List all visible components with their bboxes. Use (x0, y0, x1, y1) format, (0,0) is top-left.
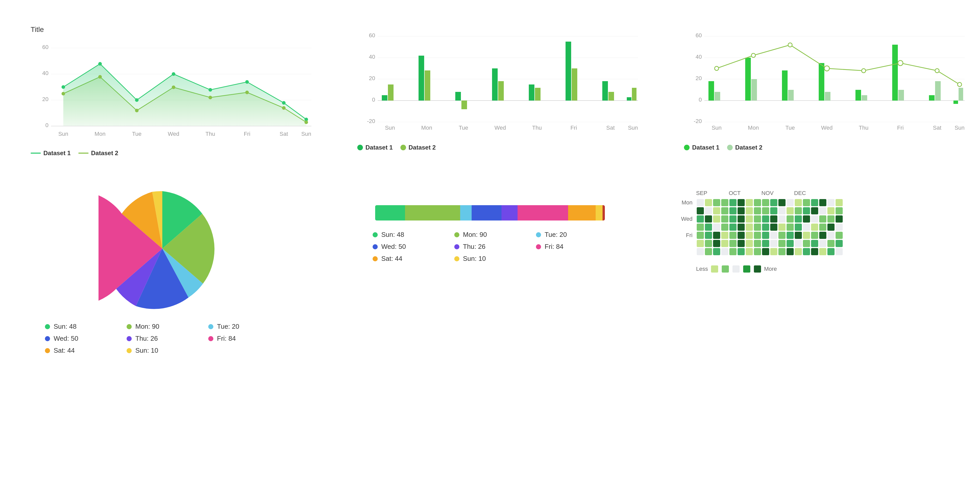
heatmap-less-label: Less (696, 266, 708, 272)
heatmap-cell (754, 207, 761, 215)
heatmap-cell (770, 248, 777, 255)
bar (455, 92, 461, 100)
heatmap-cell (754, 248, 761, 255)
heatmap-cell (738, 224, 745, 231)
heatmap-cell (835, 207, 843, 215)
heatmap-cell (795, 232, 802, 239)
bar (959, 88, 963, 100)
heatmap-cell (778, 215, 786, 223)
bar-legend: Dataset 1 Dataset 2 (357, 144, 648, 151)
heatmap-cell (746, 232, 753, 239)
bar-line-legend: Dataset 1 Dataset 2 (684, 144, 975, 151)
heatmap-cell (721, 240, 729, 247)
svg-text:40: 40 (696, 54, 702, 60)
dot (98, 75, 102, 79)
stacked-legend-tue: Tue: 20 (536, 231, 608, 239)
heatmap-cell (697, 224, 704, 231)
pie-legend-sat-label: Sat: 44 (54, 347, 75, 355)
stacked-legend-label-3: Wed: 50 (381, 243, 406, 251)
heatmap-legend-cell-2 (722, 266, 729, 272)
stacked-legend-sun: Sun: 48 (372, 231, 444, 239)
svg-text:Sat: Sat (933, 124, 941, 131)
heatmap-cell (729, 224, 737, 231)
bar-legend-label-1: Dataset 1 (366, 144, 393, 151)
heatmap-cell (762, 207, 769, 215)
heatmap-cell (795, 207, 802, 215)
stacked-legend-sat: Sat: 44 (372, 255, 444, 262)
heatmap-cell (778, 232, 786, 239)
heatmap-cell (754, 199, 761, 206)
dot (304, 121, 308, 124)
heatmap-cell (697, 199, 704, 206)
heatmap-cell (811, 224, 818, 231)
heatmap-cell (827, 232, 835, 239)
svg-text:Tue: Tue (132, 130, 142, 137)
heatmap-cell (721, 248, 729, 255)
stacked-legend-label-1: Mon: 90 (463, 231, 487, 239)
heatmap-row (676, 207, 960, 215)
heatmap-row (676, 248, 960, 256)
heatmap-legend-cell-1 (711, 266, 718, 272)
svg-text:20: 20 (42, 96, 48, 102)
stacked-legend-wed: Wed: 50 (372, 243, 444, 251)
stacked-legend-mon: Mon: 90 (454, 231, 526, 239)
bar-line-legend-1: Dataset 1 (684, 144, 719, 151)
heatmap-cell (795, 248, 802, 255)
stacked-seg-7 (596, 205, 603, 221)
heatmap-month-oct: OCT (729, 190, 762, 197)
pie-legend-grid: Sun: 48 Mon: 90 Tue: 20 Wed: 50 Thu: 26 (45, 323, 280, 355)
heatmap-cell (787, 207, 794, 215)
heatmap-cell (738, 240, 745, 247)
heatmap-cell (819, 215, 826, 223)
heatmap-cell (811, 207, 818, 215)
heatmap-cell (729, 248, 737, 255)
pie-legend-tue-label: Tue: 20 (217, 323, 239, 331)
bar (418, 56, 424, 100)
heatmap-legend-cell-4 (743, 266, 750, 272)
heatmap-cell (835, 224, 843, 231)
heatmap-legend-cell-3 (732, 266, 740, 272)
heatmap-cell (746, 215, 753, 223)
heatmap-cell (795, 224, 802, 231)
heatmap-cell (827, 215, 835, 223)
pie-legend-sun: Sun: 48 (45, 323, 116, 331)
legend-label-1: Dataset 1 (43, 150, 71, 157)
heatmap-cell (746, 248, 753, 255)
stacked-seg-5 (517, 205, 568, 221)
svg-text:Sat: Sat (606, 124, 614, 131)
heatmap-cell (827, 240, 835, 247)
bar-legend-dot-2 (401, 145, 406, 150)
heatmap-cell (746, 224, 753, 231)
bar (898, 90, 904, 100)
dot (62, 92, 65, 95)
heatmap-row-label: Fri (676, 232, 696, 239)
heatmap-month-nov: NOV (762, 190, 794, 197)
bar (608, 92, 614, 100)
line-dot (862, 68, 865, 73)
bottom-row: Sun: 48 Mon: 90 Tue: 20 Wed: 50 Thu: 26 (21, 185, 959, 475)
heatmap-cell (827, 224, 835, 231)
bar (425, 70, 430, 100)
dot (135, 109, 138, 112)
heatmap-cell (835, 240, 843, 247)
heatmap-cell (705, 199, 712, 206)
heatmap-cell (738, 232, 745, 239)
heatmap-cell (754, 224, 761, 231)
dot (208, 96, 212, 99)
heatmap-cell (770, 207, 777, 215)
line-dot (714, 66, 719, 70)
heatmap-cell (738, 207, 745, 215)
line-dot (958, 83, 962, 86)
heatmap-cell (835, 215, 843, 223)
svg-text:40: 40 (369, 54, 375, 60)
bar (498, 81, 504, 100)
bar (572, 68, 577, 100)
svg-text:60: 60 (369, 32, 375, 38)
heatmap-cell (770, 232, 777, 239)
heatmap-cell (827, 248, 835, 255)
pie-legend-fri-label: Fri: 84 (217, 334, 236, 342)
heatmap-cell (819, 232, 826, 239)
svg-text:Tue: Tue (785, 124, 795, 131)
heatmap-cell (762, 248, 769, 255)
heatmap-row-label: Mon (676, 199, 696, 206)
